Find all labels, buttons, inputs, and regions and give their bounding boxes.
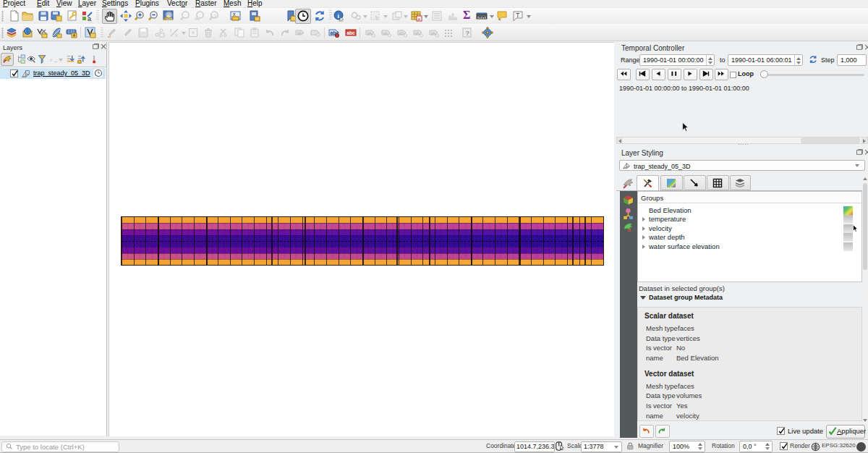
- svg-text:ab: ab: [415, 31, 420, 35]
- svg-text:ab: ab: [297, 31, 302, 35]
- svg-text:a: a: [88, 15, 91, 22]
- svg-text:ab: ab: [367, 31, 373, 35]
- svg-text:1:1: 1:1: [210, 14, 217, 18]
- svg-text:ε: ε: [50, 56, 53, 63]
- svg-text:x: x: [233, 12, 236, 17]
- svg-text:T: T: [516, 12, 520, 19]
- svg-text:ab: ab: [383, 31, 388, 35]
- svg-text:ab: ab: [399, 31, 404, 35]
- svg-text:?: ?: [466, 30, 470, 37]
- svg-text:f: f: [170, 28, 171, 33]
- svg-text:ab: ab: [431, 31, 436, 35]
- svg-text:o: o: [627, 226, 631, 233]
- svg-text:x: x: [175, 33, 178, 38]
- svg-text:abc: abc: [347, 30, 356, 35]
